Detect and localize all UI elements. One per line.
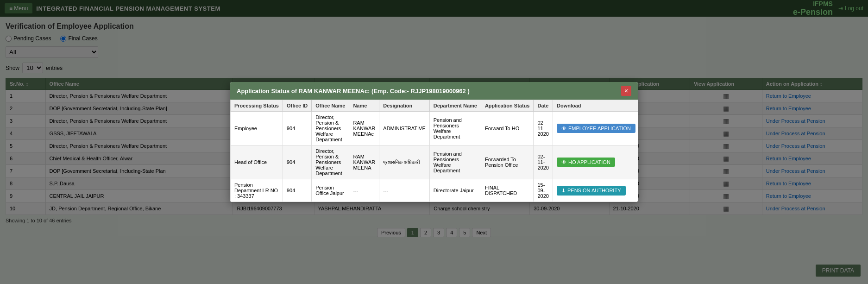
modal-cell-officeid: 904: [283, 112, 311, 145]
modal-overlay: Application Status of RAM KANWAR MEENAc:…: [0, 0, 868, 243]
modal-table: Processing Status Office ID Office Name …: [230, 100, 638, 202]
modal-cell-date: 02 11 2020: [534, 112, 553, 145]
modal-cell-date: 02-11-2020: [534, 145, 553, 179]
modal-cell-processing: Head of Office: [231, 145, 283, 179]
modal-dialog: Application Status of RAM KANWAR MEENAc:…: [230, 82, 638, 202]
download-button[interactable]: 👁 HO APPLICATION: [557, 158, 615, 167]
modal-cell-officename: Director, Pension & Pensioners Welfare D…: [312, 112, 349, 145]
modal-cell-department: Pension and Pensioners Welfare Departmen…: [429, 112, 481, 145]
modal-cell-officeid: 904: [283, 179, 311, 202]
modal-table-row: Pension Department LR NO : 343337 904 Pe…: [231, 179, 638, 202]
modal-header: Application Status of RAM KANWAR MEENAc:…: [230, 82, 638, 100]
modal-col-officeid: Office ID: [283, 100, 311, 112]
modal-header-row: Processing Status Office ID Office Name …: [231, 100, 638, 112]
modal-cell-name: RAM KANWAR MEENA: [349, 145, 379, 179]
download-button[interactable]: 👁 EMPLOYEE APPLICATION: [557, 124, 635, 133]
modal-cell-designation: ADMINISTRATIVE: [379, 112, 429, 145]
modal-cell-download[interactable]: 👁 HO APPLICATION: [553, 145, 638, 179]
modal-cell-processing: Pension Department LR NO : 343337: [231, 179, 283, 202]
download-button[interactable]: ⬇ PENSION AUTHORITY: [557, 186, 626, 196]
modal-col-officename: Office Name: [312, 100, 349, 112]
modal-cell-department: Pension and Pensioners Welfare Departmen…: [429, 145, 481, 179]
modal-col-processing: Processing Status: [231, 100, 283, 112]
modal-table-row: Head of Office 904 Director, Pension & P…: [231, 145, 638, 179]
modal-cell-date: 15-09-2020: [534, 179, 553, 202]
modal-cell-department: Directorate Jaipur: [429, 179, 481, 202]
modal-cell-name: ---: [349, 179, 379, 202]
modal-body: Processing Status Office ID Office Name …: [230, 100, 638, 202]
modal-col-date: Date: [534, 100, 553, 112]
modal-cell-designation: प्रशासनिक अधिकारी: [379, 145, 429, 179]
modal-col-department: Department Name: [429, 100, 481, 112]
modal-cell-designation: ---: [379, 179, 429, 202]
modal-title: Application Status of RAM KANWAR MEENAc:…: [237, 88, 470, 95]
modal-col-download: Download: [553, 100, 638, 112]
modal-cell-download[interactable]: ⬇ PENSION AUTHORITY: [553, 179, 638, 202]
modal-cell-appstatus: Forwarded To Pension Office: [481, 145, 534, 179]
modal-col-designation: Designation: [379, 100, 429, 112]
download-icon: 👁: [561, 159, 566, 165]
modal-cell-officename: Pension Office Jaipur: [312, 179, 349, 202]
modal-close-button[interactable]: ×: [621, 86, 631, 96]
modal-cell-appstatus: FINAL DISPATCHED: [481, 179, 534, 202]
modal-table-row: Employee 904 Director, Pension & Pension…: [231, 112, 638, 145]
modal-cell-officeid: 904: [283, 145, 311, 179]
modal-cell-appstatus: Forward To HO: [481, 112, 534, 145]
modal-cell-download[interactable]: 👁 EMPLOYEE APPLICATION: [553, 112, 638, 145]
modal-cell-name: RAM KANWAR MEENAc: [349, 112, 379, 145]
modal-col-appstatus: Application Status: [481, 100, 534, 112]
modal-cell-officename: Director, Pension & Pensioners Welfare D…: [312, 145, 349, 179]
modal-col-name: Name: [349, 100, 379, 112]
modal-cell-processing: Employee: [231, 112, 283, 145]
download-icon: 👁: [561, 126, 566, 131]
download-icon: ⬇: [561, 188, 566, 194]
